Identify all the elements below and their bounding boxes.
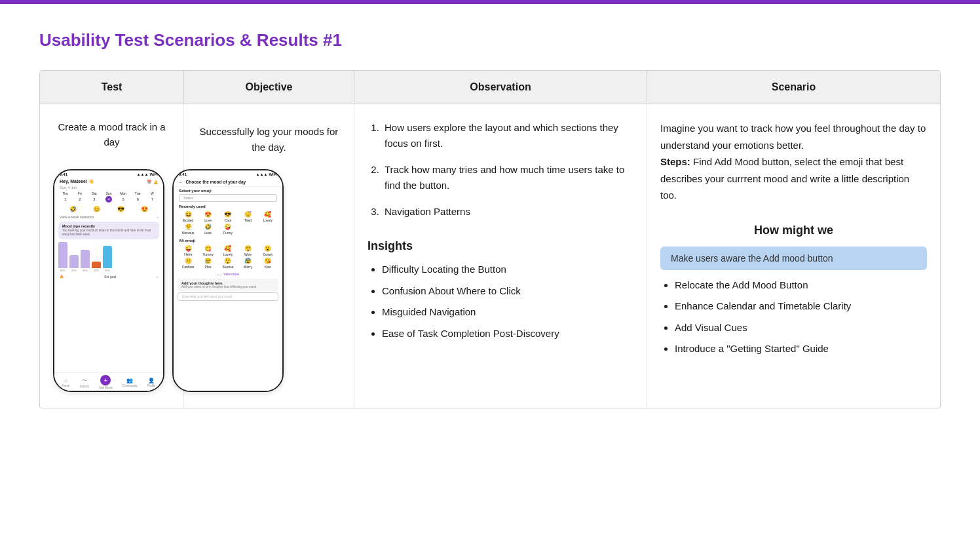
emoji-label: Yummy — [202, 252, 214, 256]
day-label: Sun — [106, 191, 112, 195]
steps-label: Steps: — [660, 156, 690, 167]
day-num: 3 — [91, 196, 98, 203]
page-container: Usability Test Scenarios & Results #1 Te… — [0, 4, 980, 448]
page-title: Usability Test Scenarios & Results #1 — [39, 30, 941, 50]
bell-icon: 🔔 — [153, 180, 158, 184]
insight-item-2: Confusion About Where to Click — [382, 284, 633, 299]
back-icon[interactable]: ← — [179, 180, 183, 184]
community-icon: 👥 — [126, 378, 133, 384]
emoji-icon: 😰 — [244, 258, 252, 264]
emoji-icon: 😤 — [185, 224, 192, 230]
emoji4: 😍 — [141, 206, 148, 212]
emoji-kiss[interactable]: 😘Kiss — [259, 258, 277, 269]
nav-home[interactable]: ⌂ Home — [62, 378, 70, 387]
thoughts-sub: Add your notes on any thoughts that refl… — [181, 285, 274, 288]
emoji-love2[interactable]: 🤣 Love — [198, 224, 217, 235]
table-body: Create a mood track in a day 9:41 ▲▲▲ Wi… — [40, 104, 940, 408]
phones-container: 9:41 ▲▲▲ WiFi Hey, Mateee! 👋 📅 — [53, 169, 284, 392]
phone1-screen: 9:41 ▲▲▲ WiFi Hey, Mateee! 👋 📅 — [54, 170, 163, 391]
chevron-right-icon: › — [157, 275, 158, 279]
day-label: W — [151, 191, 154, 195]
phone2-time: 9:41 — [179, 172, 187, 176]
phone2-input[interactable]: Enter what you think about your mood — [178, 292, 278, 301]
emoji-plee[interactable]: 😢Plee — [198, 258, 217, 269]
emoji-excited[interactable]: 😆 Excited — [179, 211, 197, 222]
day-w: W 7 — [145, 191, 159, 203]
emoji-confuse[interactable]: 😕Confuse — [179, 258, 197, 269]
insights-section: Insights Difficulty Locating the Button … — [368, 239, 633, 341]
scenario-intro-text: Imagine you want to track how you feel t… — [660, 123, 926, 151]
emoji-label: Cool — [225, 218, 231, 222]
phone2-screen: 9:41 ▲▲▲ WiFi ← Choose the mood of your … — [174, 170, 282, 391]
phone1-week: Thu 1 Fri 2 Sat 3 — [54, 189, 163, 205]
add-mood-button[interactable]: + — [100, 375, 111, 385]
emoji-tired[interactable]: 😴 Tired — [238, 211, 257, 222]
hmw-item-4: Introduce a "Getting Started" Guide — [675, 342, 927, 357]
nav-community[interactable]: 👥 Community — [122, 378, 138, 387]
activity-icon: 〜 — [82, 377, 87, 384]
emoji-owww[interactable]: 😮Owww — [259, 245, 277, 256]
phone2-emoji-section: Select your emoji Select — [174, 187, 282, 203]
emoji-wow[interactable]: 😲Wow — [238, 245, 257, 256]
phone1-time: 9:41 — [60, 172, 67, 176]
col-test: Test — [40, 71, 184, 104]
day-fri: Fri 2 — [73, 191, 86, 203]
view-more-link[interactable]: ⌄⌄ View more — [174, 271, 282, 277]
insight-item-1: Difficulty Locating the Button — [382, 262, 633, 277]
emoji-icon: 🥰 — [264, 211, 271, 218]
mood-card-title: Mood type recently — [62, 224, 155, 228]
emoji-cool[interactable]: 😎 Cool — [219, 211, 237, 222]
emoji-select-box[interactable]: Select — [179, 194, 277, 202]
emoji-label: Nervous — [182, 231, 195, 235]
day-sat: Sat 3 — [87, 191, 101, 203]
insight-item-4: Ease of Task Completion Post-Discovery — [382, 326, 633, 342]
home-icon: ⌂ — [64, 378, 67, 384]
phone1-stats-link[interactable]: View overall statistics › — [54, 214, 163, 220]
day-mon: Mon 5 — [117, 191, 130, 203]
emoji-lovely[interactable]: 🥰 Lovely — [259, 211, 277, 222]
bar-10: 10% — [92, 262, 101, 272]
day-sun: Sun 4 — [102, 191, 115, 203]
nav-activity[interactable]: 〜 Activity — [80, 377, 89, 388]
nav-profile[interactable]: 👤 Profile — [147, 378, 156, 387]
emoji-hehe[interactable]: 😜Hehe — [179, 245, 197, 256]
emoji-worry[interactable]: 😰Worry — [238, 258, 257, 269]
emoji-nervous[interactable]: 😤 Nervous — [179, 224, 197, 235]
emoji-label: Funny — [223, 231, 233, 235]
emoji-label: Tired — [244, 218, 252, 222]
emoji-icon: 😴 — [244, 211, 252, 218]
bar-40: 40% — [103, 246, 112, 272]
emoji-label: Owww — [263, 252, 273, 256]
observation-item-1: How users explore the layout and which s… — [382, 120, 633, 151]
emoji-label: Plee — [205, 265, 212, 269]
phone1-bottom-nav[interactable]: ⌂ Home 〜 Activity + Add Mood — [54, 372, 163, 391]
emoji-label: Love — [204, 231, 212, 235]
fire-icon: 🔥 — [60, 275, 64, 279]
emoji-suprise[interactable]: 😲Suprise — [219, 258, 237, 269]
all-emoji-label: All emoji — [179, 239, 277, 243]
signal-icon: ▲▲▲ — [137, 172, 149, 176]
phone1-mockup: 9:41 ▲▲▲ WiFi Hey, Mateee! 👋 📅 — [53, 169, 164, 392]
emoji3: 😎 — [117, 206, 124, 212]
emoji-icon: 😲 — [224, 258, 231, 264]
emoji-yummy[interactable]: 😋Yummy — [198, 245, 217, 256]
nav-add-mood[interactable]: + Add Mood — [99, 375, 113, 389]
day-num: 6 — [134, 196, 141, 203]
day-num: 7 — [149, 196, 155, 203]
calendar-icon: 📅 — [147, 180, 151, 184]
bar-fill — [69, 255, 79, 268]
emoji-lovely2[interactable]: 🥰Lovely — [219, 245, 237, 256]
nav-label: Home — [62, 384, 70, 387]
observation-item-3: Navigation Patterns — [382, 204, 633, 220]
col-observation: Observation — [354, 71, 647, 104]
emoji-funny[interactable]: 🤪 Funny — [219, 224, 237, 235]
phone2-recently-used: Recently used 😆 Excited 😍 Love — [174, 203, 282, 237]
date-text: Sun, 4 Jun — [60, 186, 77, 189]
emoji-love[interactable]: 😍 Love — [198, 211, 217, 222]
emoji-label: Worry — [244, 265, 252, 269]
day-num: 5 — [120, 196, 126, 203]
emoji-label: Love — [204, 218, 212, 222]
chevron-right-icon: › — [157, 215, 158, 219]
bar-pct: 30% — [83, 269, 88, 272]
mood-card-desc: You have log your mood 20 times in this … — [62, 229, 155, 237]
